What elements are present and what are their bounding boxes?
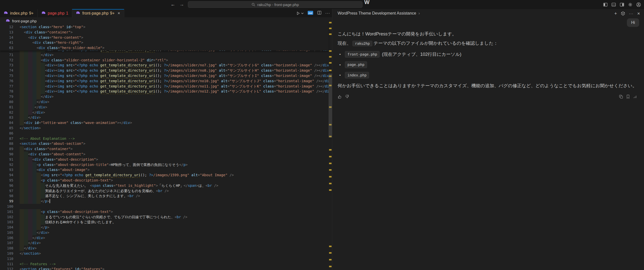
chevron-right-icon[interactable]: › — [418, 11, 420, 16]
model-cube-icon[interactable] — [621, 11, 625, 16]
line-number[interactable]: 96 — [0, 183, 13, 188]
line-number[interactable]: 78 — [0, 89, 13, 94]
thumbs-up-icon[interactable] — [338, 94, 342, 101]
code-line[interactable]: 85</section> — [0, 125, 329, 131]
code-line[interactable]: 93<div class="about-image"> — [0, 167, 329, 172]
line-number[interactable]: 71 — [0, 52, 13, 58]
line-number[interactable]: 41 — [0, 40, 13, 45]
line-number[interactable]: 108 — [0, 246, 13, 251]
new-chat-button[interactable]: + — [614, 11, 617, 16]
line-number[interactable]: 14 — [0, 35, 13, 40]
code-line[interactable]: 91<div class="about-description"> — [0, 157, 329, 162]
line-number[interactable]: 81 — [0, 105, 13, 110]
code-line[interactable]: 100 — [0, 204, 329, 209]
line-number[interactable]: 107 — [0, 240, 13, 246]
chat-more-actions-icon[interactable]: ··· — [629, 12, 633, 15]
code-line[interactable]: 12<section class="hero" id="top"> — [0, 24, 329, 30]
line-number[interactable]: 75 — [0, 73, 13, 78]
line-number[interactable]: 101 — [0, 209, 13, 214]
line-number[interactable]: 92 — [0, 162, 13, 167]
line-number[interactable]: 74 — [0, 68, 13, 73]
overview-ruler[interactable] — [329, 17, 332, 270]
close-tab-icon[interactable]: × — [118, 11, 120, 16]
code-line[interactable]: 94<img src="<?php echo get_template_dire… — [0, 172, 329, 178]
code-line[interactable]: 108</div> — [0, 246, 329, 251]
line-number[interactable]: 84 — [0, 120, 13, 125]
line-number[interactable]: 91 — [0, 157, 13, 162]
account-icon[interactable] — [636, 2, 641, 7]
close-panel-icon[interactable]: × — [637, 11, 640, 16]
sticky-scroll[interactable]: 12<section class="hero" id="top">13 <div… — [0, 24, 329, 51]
code-line[interactable]: 88<section class="about-section"> — [0, 141, 329, 146]
line-number[interactable]: 103 — [0, 219, 13, 225]
editor-more-actions-icon[interactable]: ··· — [325, 11, 330, 16]
toggle-secondary-sidebar-icon[interactable] — [620, 3, 624, 7]
tab-front-page.php[interactable]: front-page.php9+× — [72, 9, 124, 17]
line-number[interactable]: 102 — [0, 214, 13, 220]
code-line[interactable]: 83</div> — [0, 115, 329, 120]
line-number[interactable]: 93 — [0, 167, 13, 172]
code-line[interactable]: 89<div class="container"> — [0, 146, 329, 152]
breadcrumb[interactable]: front-page.php — [0, 17, 37, 24]
code-line[interactable]: 104</p> — [0, 225, 329, 230]
code-line[interactable]: 110 — [0, 256, 329, 261]
line-number[interactable]: 63 — [0, 45, 13, 51]
code-line[interactable]: 79</div> — [0, 94, 329, 99]
toggle-panel-icon[interactable] — [611, 3, 616, 7]
code-line[interactable]: 90<div class="about-content"> — [0, 152, 329, 157]
inline-code-chip[interactable]: index.php — [345, 72, 369, 78]
line-number[interactable]: 83 — [0, 115, 13, 120]
line-number[interactable]: 104 — [0, 225, 13, 230]
tab-page.php[interactable]: page.php1 — [38, 9, 72, 17]
line-number[interactable]: 105 — [0, 230, 13, 235]
code-line[interactable]: 101<p class="about-description-text"> — [0, 209, 329, 214]
code-line[interactable]: 111<!-- Features --> — [0, 261, 329, 267]
code-line[interactable]: 106</div> — [0, 235, 329, 241]
line-number[interactable]: 111 — [0, 261, 13, 267]
line-number[interactable]: 109 — [0, 251, 13, 256]
inline-code-chip[interactable]: raku2hp — [352, 41, 372, 46]
line-number[interactable]: 100 — [0, 204, 13, 209]
code-line[interactable]: 87<!-- About Explanation --> — [0, 136, 329, 141]
inline-code-chip[interactable]: page.php — [345, 61, 367, 68]
code-line[interactable]: 72<div class="slider-container slider-ho… — [0, 58, 329, 63]
usage-bars-icon[interactable] — [633, 94, 637, 101]
code-line[interactable]: 78<div><img src="<?php echo get_template… — [0, 89, 329, 94]
line-number[interactable]: 80 — [0, 99, 13, 105]
line-number[interactable]: 72 — [0, 58, 13, 63]
split-editor-icon[interactable] — [317, 11, 321, 16]
code-line[interactable]: 82</div> — [0, 110, 329, 115]
line-number[interactable]: 94 — [0, 172, 13, 178]
nav-forward-button[interactable]: → — [179, 2, 184, 7]
command-center-search[interactable]: raku2hp - front-page.php — [188, 1, 363, 8]
nav-back-button[interactable]: ← — [171, 2, 175, 7]
code-lines[interactable]: 70<div><img src="<?php echo get_template… — [0, 47, 329, 270]
code-editor[interactable]: front-page.php 70<div><img src="<?php ec… — [0, 17, 332, 270]
line-number[interactable]: 86 — [0, 131, 13, 136]
code-line[interactable]: 14 <div class="hero-content"> — [0, 35, 329, 40]
code-line[interactable]: 84<div id="lottie-wave" class="wave-anim… — [0, 120, 329, 125]
code-line[interactable]: 96そんな先入観を変えたい。 <span class="text is_high… — [0, 183, 329, 188]
line-number[interactable]: 97 — [0, 188, 13, 194]
code-line[interactable]: 92<p class="about-description-title">HP制… — [0, 162, 329, 167]
code-line[interactable]: 81</div> — [0, 105, 329, 110]
line-number[interactable]: 98 — [0, 193, 13, 199]
line-number[interactable]: 112 — [0, 266, 13, 270]
line-number[interactable]: 13 — [0, 30, 13, 35]
code-line[interactable]: 63 <div class="hero-slider-mobile"> — [0, 45, 329, 51]
code-line[interactable]: 98過不足なく、シンプルに、美しくカタチにします。<br /> — [0, 193, 329, 199]
code-line[interactable]: 80</div> — [0, 99, 329, 105]
code-line[interactable]: 102まるで"いつもの発注"ぐらいの気軽さで、でもプロの目線で丁寧につくられた、… — [0, 214, 329, 220]
line-number[interactable]: 12 — [0, 24, 13, 30]
code-line[interactable]: 109</section> — [0, 251, 329, 256]
toggle-sidebar-icon[interactable] — [603, 3, 608, 7]
code-line[interactable]: 76<div><img src="<?php echo get_template… — [0, 78, 329, 84]
line-number[interactable]: 85 — [0, 125, 13, 131]
line-number[interactable]: 76 — [0, 78, 13, 84]
line-number[interactable]: 106 — [0, 235, 13, 241]
line-number[interactable]: 90 — [0, 152, 13, 157]
line-number[interactable]: 110 — [0, 256, 13, 261]
line-number[interactable]: 99 — [0, 199, 13, 204]
line-number[interactable]: 82 — [0, 110, 13, 115]
code-line[interactable]: 74<div><img src="<?php echo get_template… — [0, 68, 329, 73]
